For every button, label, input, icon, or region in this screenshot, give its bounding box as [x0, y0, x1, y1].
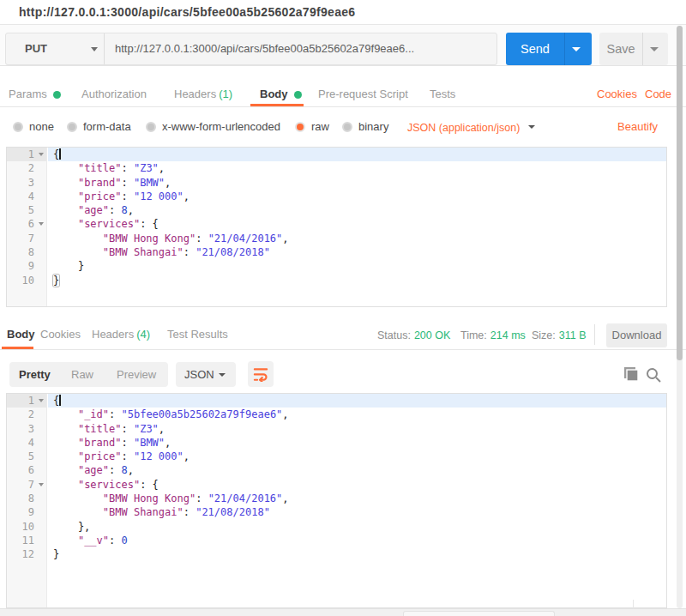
active-tab-underline [250, 104, 304, 106]
body-mode-row: JSON (application/json) noneform-datax-w… [0, 107, 686, 147]
method-select[interactable]: PUT [6, 33, 105, 64]
save-button[interactable]: Save [599, 33, 668, 65]
fold-arrow-icon[interactable] [39, 399, 44, 402]
chevron-down-icon[interactable] [528, 125, 535, 129]
chevron-down-icon[interactable] [572, 47, 581, 51]
send-button[interactable]: Send [506, 33, 592, 65]
response-format-label: JSON [184, 362, 214, 387]
view-tab-raw[interactable]: Raw [71, 362, 93, 387]
request-editor-code[interactable]: { "title": "Z3", "brand": "BMW", "price"… [48, 148, 666, 306]
code-line: "age": 8, [48, 463, 666, 477]
response-editor-code[interactable]: { "_id": "5bfee00a5b25602a79f9eae6", "ti… [48, 394, 666, 607]
chevron-down-icon[interactable] [650, 47, 659, 51]
response-size: Size:311 B [532, 329, 587, 342]
radio-label: binary [358, 119, 388, 135]
response-tab-body[interactable]: Body [7, 328, 35, 341]
line-number: 2 [7, 161, 46, 175]
line-number: 2 [7, 408, 46, 421]
tab-headers[interactable]: Headers(1) [174, 88, 232, 101]
body-mode-none[interactable]: none [13, 119, 54, 135]
view-tab-pretty[interactable]: Pretty [19, 362, 51, 387]
cookies-link[interactable]: Cookies [597, 88, 637, 101]
response-body-editor[interactable]: 123456789101112 { "_id": "5bfee00a5b2560… [6, 393, 667, 608]
radio-icon[interactable] [146, 122, 156, 132]
tab-label: Pre-request Script [318, 88, 408, 100]
code-line: { [48, 148, 666, 161]
line-number: 5 [7, 450, 46, 463]
text-cursor [59, 148, 61, 160]
code-line: } [48, 274, 666, 287]
wrap-text-icon [253, 366, 268, 382]
body-mode-binary[interactable]: binary [342, 119, 388, 135]
code-line: }, [48, 520, 666, 534]
tab-body[interactable]: Body [260, 88, 302, 101]
beautify-link[interactable]: Beautify [617, 119, 658, 135]
tab-label: Body [260, 88, 288, 100]
bottom-popup-edge [403, 611, 555, 616]
url-input[interactable]: http://127.0.0.1:3000/api/cars/5bfee00a5… [105, 33, 496, 64]
tab-label: Authorization [81, 88, 147, 100]
scrollbar-thumb[interactable] [677, 26, 683, 360]
response-time: Time:214 ms [460, 329, 526, 342]
line-number: 4 [7, 436, 46, 450]
radio-icon[interactable] [342, 122, 352, 132]
response-editor-gutter: 123456789101112 [7, 394, 47, 607]
tab-authorization[interactable]: Authorization [81, 88, 147, 101]
response-tab-test-results[interactable]: Test Results [167, 328, 228, 341]
request-builder: PUT http://127.0.0.1:3000/api/cars/5bfee… [0, 25, 686, 66]
code-line: { [48, 394, 666, 408]
content-type-select[interactable]: JSON (application/json) [407, 120, 520, 136]
response-header: Download BodyCookiesHeaders(4)Test Resul… [0, 307, 686, 350]
fold-arrow-icon[interactable] [39, 483, 44, 486]
code-line: "title": "Z3", [48, 161, 666, 175]
line-number: 9 [7, 259, 46, 273]
code-line: "services": { [48, 217, 666, 231]
line-number: 10 [7, 274, 46, 287]
body-mode-raw[interactable]: raw [295, 119, 329, 135]
response-tab-headers[interactable]: Headers(4) [92, 328, 150, 341]
copy-response-button[interactable] [623, 366, 640, 383]
request-editor-gutter: 12345678910 [7, 148, 47, 306]
fold-arrow-icon[interactable] [39, 153, 44, 156]
view-tab-preview[interactable]: Preview [117, 362, 156, 387]
code-link[interactable]: Code [645, 88, 671, 101]
text-cursor [59, 395, 61, 406]
body-mode-urlencoded[interactable]: x-www-form-urlencoded [146, 119, 280, 135]
code-line: "BMW Shangai": "21/08/2018" [48, 245, 666, 259]
radio-icon[interactable] [13, 122, 23, 132]
wrap-text-button[interactable] [248, 361, 274, 387]
request-tab-title[interactable]: http://127.0.0.1:3000/api/cars/5bfee00a5… [19, 0, 355, 25]
body-mode-form-data[interactable]: form-data [67, 119, 131, 135]
radio-icon[interactable] [67, 122, 77, 132]
code-line: "BMW Shangai": "21/08/2018" [48, 505, 666, 519]
tab-label: Params [9, 88, 47, 100]
tab-label: Tests [430, 88, 455, 100]
line-number: 8 [7, 492, 46, 505]
send-button-label: Send [506, 33, 564, 65]
fold-arrow-icon[interactable] [39, 222, 44, 226]
send-split-divider [564, 33, 565, 65]
line-number: 12 [7, 547, 46, 561]
status-label: Status: [377, 329, 411, 341]
tab-tests[interactable]: Tests [430, 88, 455, 101]
search-response-button[interactable] [645, 366, 662, 383]
save-split-divider [642, 33, 643, 65]
response-format-select[interactable]: JSON [176, 362, 236, 387]
code-line: "age": 8, [48, 203, 666, 217]
tab-prerequest[interactable]: Pre-request Script [318, 88, 408, 101]
chevron-down-icon [91, 47, 98, 51]
tab-label: Cookies [40, 328, 81, 341]
request-body-editor[interactable]: 12345678910 { "title": "Z3", "brand": "B… [6, 147, 667, 307]
request-tab-bar: http://127.0.0.1:3000/api/cars/5bfee00a5… [0, 0, 686, 25]
copy-icon [623, 366, 640, 383]
response-tab-cookies[interactable]: Cookies [40, 328, 81, 341]
tab-params[interactable]: Params [9, 88, 61, 101]
code-line: "price": "12 000", [48, 450, 666, 463]
download-button[interactable]: Download [606, 323, 667, 347]
line-number: 1 [7, 394, 46, 408]
line-number: 4 [7, 190, 46, 203]
request-tabs-bar: Cookies Code ParamsAuthorizationHeaders(… [0, 66, 686, 107]
tab-label: Body [7, 328, 35, 341]
radio-selected-icon[interactable] [295, 122, 305, 132]
code-line: "__v": 0 [48, 534, 666, 547]
